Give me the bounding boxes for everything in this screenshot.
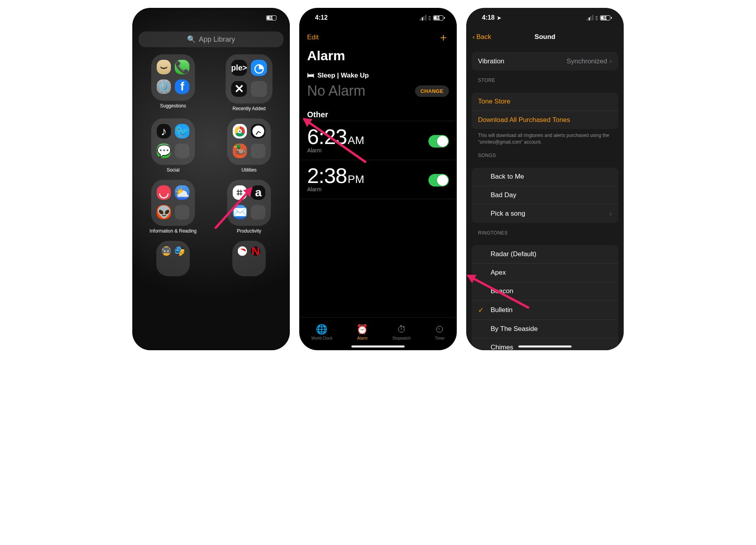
app-icon-reddit[interactable]: 👽 [157,205,171,220]
status-bar: 4:12 􀙇 64 [299,8,457,28]
battery-icon: 64 [266,15,278,20]
tab-timer[interactable]: ⏲Timer [435,324,445,340]
app-library-search[interactable]: 🔍 App Library [139,31,284,47]
search-placeholder: App Library [199,35,235,44]
tab-stopwatch[interactable]: ⏱Stopwatch [392,324,411,340]
row-label: Vibration [478,57,504,65]
ringtone-row[interactable]: By The Seaside [472,320,618,338]
ringtone-row[interactable]: Beacon [472,282,618,301]
status-icons: 􀙇 64 [420,15,445,21]
alarm-icon: ⏰ [356,324,368,335]
battery-icon: 64 [433,15,445,20]
folder-more-apps[interactable] [251,144,265,158]
ringtone-row[interactable]: Apex [472,264,618,282]
bed-icon: 🛏 [307,71,314,79]
folder-information-reading[interactable]: ◡ ⛅ 👽 [151,180,195,226]
folder-more-apps[interactable] [251,81,267,97]
ringtone-row[interactable]: Radar (Default) [472,245,618,264]
app-icon-weather[interactable]: ⛅ [175,185,189,200]
app-icon-phone[interactable]: 📞 [175,60,189,74]
checkmark-icon: ✓ [478,306,485,314]
wifi-icon: 􀙇 [596,15,598,21]
back-button[interactable]: ‹ Back [472,33,491,41]
folder-partial[interactable]: 🎮 🎭 [156,241,190,276]
download-tones-row[interactable]: Download All Purchased Tones [472,111,618,129]
screenshot-sound-settings: 4:18 ➤ 􀙇 64 ‹ Back Sound Vibration Synch… [466,8,624,350]
app-icon-youtube[interactable]: ▶ [238,246,247,256]
home-indicator[interactable] [352,345,405,347]
add-alarm-button[interactable]: ＋ [438,30,449,45]
chevron-right-icon: › [610,210,612,218]
folder-partial[interactable]: ▶ N [232,241,266,276]
folder-label: Productivity [237,228,261,234]
alarm-time: 2:38 PM [307,163,364,188]
vibration-group: Vibration Synchronized › [472,52,618,70]
app-icon-settings[interactable]: ⚙️ [157,79,171,94]
app-icon-duckduckgo[interactable]: 🦆 [233,144,247,158]
home-indicator[interactable] [519,345,572,347]
status-time: 4:12 [315,14,328,21]
other-section-header: Other [299,106,457,121]
app-icon-tiktok[interactable]: ♪ [157,124,171,139]
alarm-toggle[interactable] [428,135,449,148]
globe-icon: 🌐 [316,324,328,335]
vibration-row[interactable]: Vibration Synchronized › [472,52,618,70]
alarm-row[interactable]: 2:38 PM Alarm [299,160,457,199]
folder-grid: ⌣ 📞 ⚙️ f Suggestions ple> ◔ ✕ Recently A… [139,54,284,276]
battery-icon: 64 [600,15,612,20]
tab-alarm[interactable]: ⏰Alarm [356,324,368,340]
app-icon-messages[interactable]: 💬 [157,144,171,158]
app-icon-clock[interactable] [251,124,265,139]
app-icon-chrome[interactable] [233,124,247,139]
app-icon-generic-blue[interactable]: ◔ [251,60,267,76]
ringtones-group-header: RINGTONES [466,223,624,238]
cellular-signal-icon [420,15,426,20]
ringtone-row[interactable]: ✓Bulletin [472,301,618,320]
no-alarm-text: No Alarm [307,83,365,99]
app-icon-pocket[interactable]: ◡ [157,185,171,200]
songs-group-header: SONGS [466,146,624,161]
app-icon-game2[interactable]: 🎭 [175,246,184,256]
tab-world-clock[interactable]: 🌐World Clock [311,324,333,340]
timer-icon: ⏲ [435,324,445,335]
search-icon: 🔍 [187,35,196,44]
wifi-icon: 􀙇 [429,15,431,21]
ringtones-group: Radar (Default) Apex Beacon ✓Bulletin By… [472,245,618,350]
alarm-toggle[interactable] [428,174,449,187]
pick-song-row[interactable]: Pick a song › [472,205,618,223]
app-icon-facebook[interactable]: f [175,79,189,94]
sleep-section-header: 🛏 Sleep | Wake Up [299,69,457,82]
screenshot-alarm-list: 4:12 􀙇 64 Edit ＋ Alarm 🛏 Sleep | Wake Up… [299,8,457,350]
song-row[interactable]: Back to Me [472,168,618,186]
cellular-signal-icon [587,15,593,20]
edit-button[interactable]: Edit [307,33,319,41]
page-title: Alarm [299,47,457,69]
app-icon-netflix[interactable]: N [251,246,260,256]
tone-store-row[interactable]: Tone Store [472,92,618,111]
page-title: Sound [535,33,556,41]
app-icon-capcut[interactable]: ✕ [231,81,247,97]
change-button[interactable]: CHANGE [415,85,449,97]
app-icon-slack[interactable]: ⌗ [233,185,247,200]
app-icon-plex[interactable]: ple> [231,60,247,76]
screenshot-app-library: 4:11 􀙇 64 🔍 App Library ⌣ 📞 ⚙️ f [132,8,290,350]
folder-social[interactable]: ♪ 🐦 💬 [151,118,195,165]
app-icon-twitter[interactable]: 🐦 [175,124,189,139]
folder-suggestions[interactable]: ⌣ 📞 ⚙️ f [151,54,195,101]
row-value: Synchronized [567,57,607,65]
location-icon: ➤ [497,15,501,21]
folder-recently-added[interactable]: ple> ◔ ✕ [226,54,272,103]
folder-more-apps[interactable] [251,205,265,220]
store-group: Tone Store Download All Purchased Tones [472,92,618,129]
folder-label: Information & Reading [150,228,196,234]
alarm-row[interactable]: 6:23 AM Alarm [299,121,457,160]
ringtone-row[interactable]: Chimes [472,338,618,350]
song-row[interactable]: Bad Day [472,186,618,205]
folder-label: Utilities [241,167,257,173]
folder-more-apps[interactable] [175,144,189,158]
folder-label: Recently Added [232,106,265,111]
folder-more-apps[interactable] [175,205,189,220]
app-icon-amazon[interactable]: ⌣ [157,60,171,74]
folder-utilities[interactable]: 🦆 [227,118,271,165]
app-icon-game[interactable]: 🎮 [162,246,171,256]
